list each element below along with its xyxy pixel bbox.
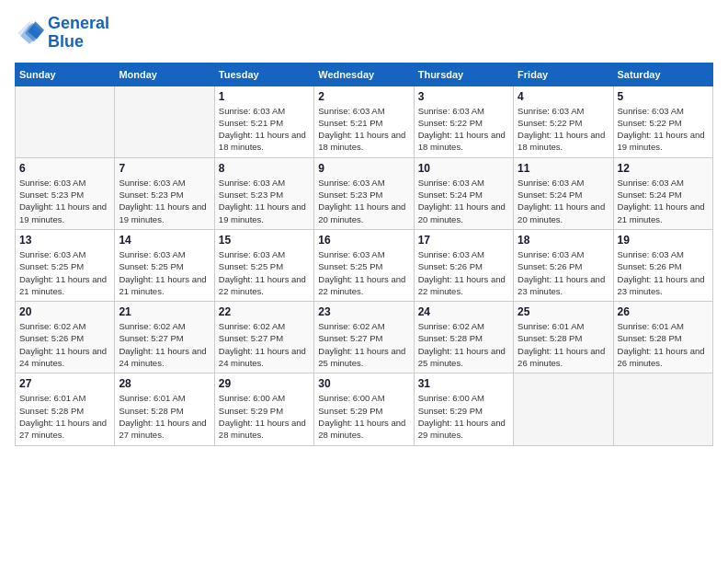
day-info: Sunrise: 6:03 AM Sunset: 5:25 PM Dayligh… [19,248,110,297]
calendar-cell: 5Sunrise: 6:03 AM Sunset: 5:22 PM Daylig… [613,86,712,157]
calendar-cell: 20Sunrise: 6:02 AM Sunset: 5:26 PM Dayli… [16,302,115,373]
calendar-cell: 13Sunrise: 6:03 AM Sunset: 5:25 PM Dayli… [16,229,115,301]
weekday-header: Saturday [613,63,712,86]
calendar-week-row: 13Sunrise: 6:03 AM Sunset: 5:25 PM Dayli… [16,229,713,301]
calendar-cell: 14Sunrise: 6:03 AM Sunset: 5:25 PM Dayli… [115,229,214,301]
calendar-cell: 1Sunrise: 6:03 AM Sunset: 5:21 PM Daylig… [214,86,313,157]
day-info: Sunrise: 6:03 AM Sunset: 5:23 PM Dayligh… [219,177,310,225]
day-number: 5 [618,90,709,103]
day-info: Sunrise: 6:02 AM Sunset: 5:28 PM Dayligh… [418,320,509,369]
day-number: 31 [418,377,509,390]
day-number: 17 [418,234,509,247]
day-info: Sunrise: 6:03 AM Sunset: 5:25 PM Dayligh… [219,248,310,297]
day-number: 14 [119,234,210,247]
day-info: Sunrise: 6:03 AM Sunset: 5:23 PM Dayligh… [318,177,409,225]
day-number: 29 [219,377,310,390]
day-number: 4 [518,90,609,103]
weekday-header: Tuesday [214,63,313,86]
calendar-cell: 4Sunrise: 6:03 AM Sunset: 5:22 PM Daylig… [514,86,613,157]
day-info: Sunrise: 6:02 AM Sunset: 5:27 PM Dayligh… [119,320,210,369]
day-number: 11 [518,162,609,175]
day-info: Sunrise: 6:03 AM Sunset: 5:22 PM Dayligh… [418,105,509,154]
day-number: 30 [318,377,409,390]
day-info: Sunrise: 6:01 AM Sunset: 5:28 PM Dayligh… [119,392,210,441]
calendar-cell: 23Sunrise: 6:02 AM Sunset: 5:27 PM Dayli… [314,302,414,373]
calendar-week-row: 1Sunrise: 6:03 AM Sunset: 5:21 PM Daylig… [16,86,713,157]
calendar-cell: 9Sunrise: 6:03 AM Sunset: 5:23 PM Daylig… [314,157,414,229]
calendar-cell [115,86,214,157]
day-number: 13 [19,234,110,247]
day-info: Sunrise: 6:03 AM Sunset: 5:22 PM Dayligh… [618,105,709,154]
header-row: SundayMondayTuesdayWednesdayThursdayFrid… [16,63,713,86]
calendar-cell: 7Sunrise: 6:03 AM Sunset: 5:23 PM Daylig… [115,157,214,229]
day-info: Sunrise: 6:03 AM Sunset: 5:21 PM Dayligh… [219,105,310,154]
calendar-cell [514,373,613,445]
calendar-week-row: 27Sunrise: 6:01 AM Sunset: 5:28 PM Dayli… [16,373,713,445]
day-number: 8 [219,162,310,175]
day-info: Sunrise: 6:03 AM Sunset: 5:21 PM Dayligh… [318,105,409,154]
calendar-cell: 16Sunrise: 6:03 AM Sunset: 5:25 PM Dayli… [314,229,414,301]
day-number: 15 [219,234,310,247]
calendar-cell: 18Sunrise: 6:03 AM Sunset: 5:26 PM Dayli… [514,229,613,301]
calendar-cell: 30Sunrise: 6:00 AM Sunset: 5:29 PM Dayli… [314,373,414,445]
calendar-cell: 2Sunrise: 6:03 AM Sunset: 5:21 PM Daylig… [314,86,414,157]
day-info: Sunrise: 6:03 AM Sunset: 5:24 PM Dayligh… [418,177,509,225]
calendar-week-row: 6Sunrise: 6:03 AM Sunset: 5:23 PM Daylig… [16,157,713,229]
day-info: Sunrise: 6:01 AM Sunset: 5:28 PM Dayligh… [518,320,609,369]
day-info: Sunrise: 6:00 AM Sunset: 5:29 PM Dayligh… [318,392,409,441]
logo: General Blue [15,15,109,52]
day-info: Sunrise: 6:01 AM Sunset: 5:28 PM Dayligh… [19,392,110,441]
calendar-cell: 10Sunrise: 6:03 AM Sunset: 5:24 PM Dayli… [414,157,513,229]
calendar-cell: 29Sunrise: 6:00 AM Sunset: 5:29 PM Dayli… [214,373,313,445]
day-info: Sunrise: 6:00 AM Sunset: 5:29 PM Dayligh… [418,392,509,441]
day-info: Sunrise: 6:03 AM Sunset: 5:24 PM Dayligh… [518,177,609,225]
day-number: 16 [318,234,409,247]
day-info: Sunrise: 6:02 AM Sunset: 5:26 PM Dayligh… [19,320,110,369]
day-number: 27 [19,377,110,390]
day-info: Sunrise: 6:03 AM Sunset: 5:23 PM Dayligh… [19,177,110,225]
calendar-cell: 25Sunrise: 6:01 AM Sunset: 5:28 PM Dayli… [514,302,613,373]
calendar-cell: 17Sunrise: 6:03 AM Sunset: 5:26 PM Dayli… [414,229,513,301]
calendar-cell: 22Sunrise: 6:02 AM Sunset: 5:27 PM Dayli… [214,302,313,373]
day-number: 23 [318,305,409,318]
calendar-body: 1Sunrise: 6:03 AM Sunset: 5:21 PM Daylig… [16,86,713,445]
calendar-cell: 11Sunrise: 6:03 AM Sunset: 5:24 PM Dayli… [514,157,613,229]
day-number: 19 [618,234,709,247]
day-info: Sunrise: 6:03 AM Sunset: 5:23 PM Dayligh… [119,177,210,225]
day-info: Sunrise: 6:03 AM Sunset: 5:26 PM Dayligh… [518,248,609,297]
calendar-cell: 6Sunrise: 6:03 AM Sunset: 5:23 PM Daylig… [16,157,115,229]
calendar-header: SundayMondayTuesdayWednesdayThursdayFrid… [16,63,713,86]
weekday-header: Wednesday [314,63,414,86]
day-info: Sunrise: 6:00 AM Sunset: 5:29 PM Dayligh… [219,392,310,441]
calendar-cell: 12Sunrise: 6:03 AM Sunset: 5:24 PM Dayli… [613,157,712,229]
calendar-cell: 31Sunrise: 6:00 AM Sunset: 5:29 PM Dayli… [414,373,513,445]
calendar-cell: 8Sunrise: 6:03 AM Sunset: 5:23 PM Daylig… [214,157,313,229]
day-number: 7 [119,162,210,175]
calendar-cell [16,86,115,157]
calendar-cell: 15Sunrise: 6:03 AM Sunset: 5:25 PM Dayli… [214,229,313,301]
day-info: Sunrise: 6:03 AM Sunset: 5:25 PM Dayligh… [318,248,409,297]
calendar-cell: 24Sunrise: 6:02 AM Sunset: 5:28 PM Dayli… [414,302,513,373]
calendar-cell: 26Sunrise: 6:01 AM Sunset: 5:28 PM Dayli… [613,302,712,373]
page-header: General Blue [15,15,713,52]
day-info: Sunrise: 6:03 AM Sunset: 5:24 PM Dayligh… [618,177,709,225]
calendar-week-row: 20Sunrise: 6:02 AM Sunset: 5:26 PM Dayli… [16,302,713,373]
day-info: Sunrise: 6:02 AM Sunset: 5:27 PM Dayligh… [219,320,310,369]
day-number: 22 [219,305,310,318]
day-info: Sunrise: 6:01 AM Sunset: 5:28 PM Dayligh… [618,320,709,369]
logo-text: General Blue [48,15,109,52]
calendar-cell: 21Sunrise: 6:02 AM Sunset: 5:27 PM Dayli… [115,302,214,373]
weekday-header: Thursday [414,63,513,86]
day-number: 6 [19,162,110,175]
day-number: 20 [19,305,110,318]
day-number: 1 [219,90,310,103]
day-number: 3 [418,90,509,103]
day-info: Sunrise: 6:03 AM Sunset: 5:22 PM Dayligh… [518,105,609,154]
calendar-cell: 19Sunrise: 6:03 AM Sunset: 5:26 PM Dayli… [613,229,712,301]
day-number: 25 [518,305,609,318]
day-number: 28 [119,377,210,390]
calendar-cell [613,373,712,445]
calendar-cell: 3Sunrise: 6:03 AM Sunset: 5:22 PM Daylig… [414,86,513,157]
day-number: 18 [518,234,609,247]
day-number: 10 [418,162,509,175]
